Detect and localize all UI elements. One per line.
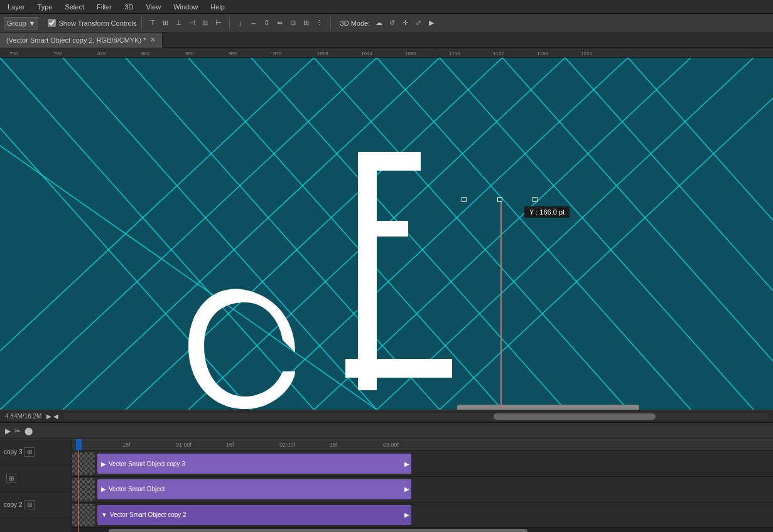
dist-left-btn[interactable]: ⇔ xyxy=(274,17,286,29)
track-thumb-3 xyxy=(72,504,95,526)
tl-mark-1: 01:00f xyxy=(176,442,192,448)
play-forward-btn[interactable]: ▶ xyxy=(46,413,51,420)
group-dropdown[interactable]: Group ▼ xyxy=(4,17,38,29)
menu-layer[interactable]: Layer xyxy=(3,2,30,12)
ruler-mark-2: 828 xyxy=(97,51,105,56)
dist-horiz-btn[interactable]: ⊡ xyxy=(287,17,300,29)
3d-mode-label: 3D Mode: xyxy=(340,19,370,27)
menu-view[interactable]: View xyxy=(141,2,166,12)
layer-name-3: copy 2 xyxy=(4,501,22,508)
align-left-edges-btn[interactable]: ⊣ xyxy=(186,17,198,29)
track-clip-1[interactable]: ▶ Vector Smart Object copy 3 ▶ xyxy=(97,454,411,474)
separator-1 xyxy=(43,17,43,29)
ruler-mark-11: 1152 xyxy=(493,51,504,56)
clip-end-arrow-2: ▶ xyxy=(404,486,409,492)
3d-video-btn[interactable]: ▶ xyxy=(425,17,438,29)
ruler-mark-7: 1008 xyxy=(317,51,328,56)
3d-move-btn[interactable]: ✛ xyxy=(399,17,411,29)
svg-rect-27 xyxy=(457,405,639,410)
3d-rotate-btn[interactable]: ↺ xyxy=(386,17,398,29)
extra-btn[interactable]: ⋮ xyxy=(313,17,326,29)
playback-controls: ▶ ◀ xyxy=(46,413,58,420)
track-thumb-2 xyxy=(72,478,95,501)
tab-bar: (Vector Smart Object copy 2, RGB/8/CMYK)… xyxy=(0,33,773,48)
timeline-scrollbar-thumb[interactable] xyxy=(109,529,527,532)
align-bottom-edges-btn[interactable]: ⊥ xyxy=(173,17,185,29)
menu-window[interactable]: Window xyxy=(168,2,203,12)
playhead-indicator xyxy=(76,439,82,450)
transform-handle-tr[interactable] xyxy=(532,197,538,202)
align-horiz-center-btn[interactable]: ⊟ xyxy=(199,17,212,29)
transform-handle-tm[interactable] xyxy=(497,197,502,202)
track-row-2: ▶ Vector Smart Object ▶ xyxy=(72,477,773,503)
clip-label-3: Vector Smart Object copy 2 xyxy=(110,511,186,518)
clip-end-arrow-3: ▶ xyxy=(404,511,409,518)
memory-usage: 4.84M/16.2M xyxy=(5,413,41,420)
ruler-mark-1: 792 xyxy=(53,51,62,56)
align-top-edges-btn[interactable]: ⊤ xyxy=(146,17,159,29)
layer-expand-btn-3[interactable]: ⊟ xyxy=(24,500,35,509)
menu-help[interactable]: Help xyxy=(205,2,230,12)
playhead[interactable] xyxy=(78,439,79,532)
ruler-mark-12: 1188 xyxy=(537,51,548,56)
timeline-record-btn[interactable]: ⬤ xyxy=(24,427,33,435)
3d-scale-btn[interactable]: ⤢ xyxy=(412,17,424,29)
clip-arrow-2: ▶ xyxy=(101,486,106,492)
track-row-3: ▼ Vector Smart Object copy 2 ▶ xyxy=(72,503,773,528)
separator-3 xyxy=(229,17,230,29)
group-label: Group xyxy=(7,19,26,27)
separator-2 xyxy=(141,17,142,29)
svg-rect-24 xyxy=(358,152,421,171)
timeline-tracks: 15f 01:00f 15f 02:00f 15f 03:00f ▶ Vecto… xyxy=(72,439,773,532)
svg-rect-23 xyxy=(358,152,377,390)
layer-name-1: copy 3 xyxy=(4,449,22,455)
clip-label-1: Vector Smart Object copy 3 xyxy=(109,460,185,467)
tooltip-text: Y : 166.0 pt xyxy=(529,208,565,216)
align-vert-center-btn[interactable]: ⊞ xyxy=(159,17,172,29)
dist-vert-btn[interactable]: ↔ xyxy=(247,17,260,29)
clip-arrow-3: ▼ xyxy=(101,511,107,518)
ruler-mark-9: 1080 xyxy=(405,51,416,56)
canvas-tab[interactable]: (Vector Smart Object copy 2, RGB/8/CMYK)… xyxy=(0,33,163,48)
track-row-1: ▶ Vector Smart Object copy 3 ▶ xyxy=(72,451,773,477)
menu-select[interactable]: Select xyxy=(60,2,89,12)
layer-expand-btn-2[interactable]: ⊞ xyxy=(6,474,16,483)
dist-bottom-btn[interactable]: ⇕ xyxy=(261,17,273,29)
dist-right-btn[interactable]: ⊞ xyxy=(300,17,313,29)
ruler-mark-10: 1116 xyxy=(449,51,460,56)
timeline-cut-btn[interactable]: ✂ xyxy=(14,427,21,435)
menu-3d[interactable]: 3D xyxy=(119,2,138,12)
options-bar: Group ▼ Show Transform Controls ⊤ ⊞ ⊥ ⊣ … xyxy=(0,14,773,33)
ruler-mark-4: 900 xyxy=(185,51,193,56)
ruler-mark-8: 1044 xyxy=(361,51,372,56)
clip-end-arrow-1: ▶ xyxy=(404,460,409,467)
menu-type[interactable]: Type xyxy=(33,2,58,12)
track-thumb-1 xyxy=(72,452,95,475)
tl-mark-3: 02:00f xyxy=(279,442,295,448)
show-transform-label[interactable]: Show Transform Controls xyxy=(48,19,136,27)
status-bar: 4.84M/16.2M ▶ ◀ xyxy=(0,410,773,422)
canvas-area: Y : 166.0 pt xyxy=(0,58,773,410)
3d-orbit-btn[interactable]: ☁ xyxy=(372,17,385,29)
ruler-mark-5: 936 xyxy=(229,51,237,56)
align-right-edges-btn[interactable]: ⊢ xyxy=(212,17,225,29)
horizontal-scrollbar-thumb[interactable] xyxy=(494,413,656,420)
tl-mark-0: 15f xyxy=(122,442,131,448)
dist-top-btn[interactable]: ↕ xyxy=(234,17,247,29)
track-clip-2[interactable]: ▶ Vector Smart Object ▶ xyxy=(97,479,411,499)
transform-handle-tl[interactable] xyxy=(462,197,467,202)
layer-name-row-3: copy 2 ⊟ xyxy=(0,492,72,518)
show-transform-checkbox[interactable] xyxy=(48,19,56,27)
tab-close-btn[interactable]: ✕ xyxy=(150,36,156,44)
layer-name-row-2: ⊞ xyxy=(0,466,72,492)
ruler-marks: 756 792 828 864 900 936 972 1008 1044 10… xyxy=(0,48,773,57)
layer-expand-btn-1[interactable]: ⊞ xyxy=(24,447,35,457)
play-back-btn[interactable]: ◀ xyxy=(53,413,58,420)
track-clip-3[interactable]: ▼ Vector Smart Object copy 2 ▶ xyxy=(97,505,411,525)
vertical-line xyxy=(500,202,502,410)
ruler-mark-3: 864 xyxy=(141,51,149,56)
timeline-play-btn[interactable]: ▶ xyxy=(5,427,11,435)
svg-rect-26 xyxy=(345,359,452,378)
3d-mode-tools: ☁ ↺ ✛ ⤢ ▶ xyxy=(372,17,438,29)
menu-filter[interactable]: Filter xyxy=(92,2,117,12)
